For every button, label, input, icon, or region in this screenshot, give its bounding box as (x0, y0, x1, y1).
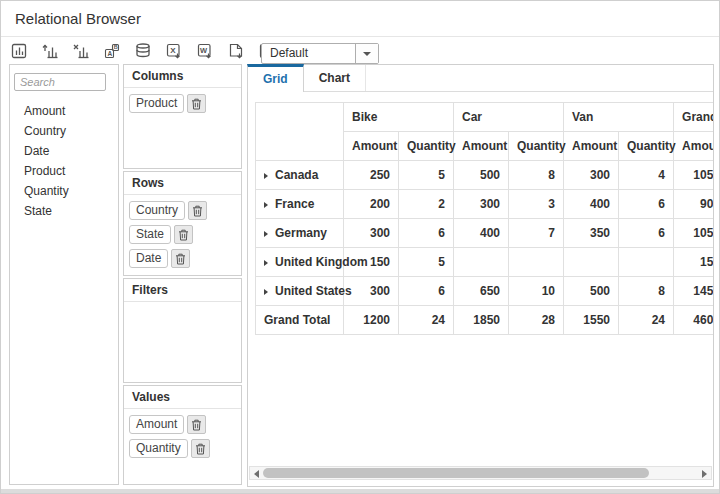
expand-arrow-icon[interactable] (264, 231, 268, 237)
value-cell: 500 (454, 161, 509, 190)
field-item-date[interactable]: Date (10, 141, 118, 161)
value-cell: 10 (509, 277, 564, 306)
row-header-france[interactable]: France (256, 190, 344, 219)
value-cell: 900 (674, 190, 713, 219)
column-group-header-grand-total: Grand Total (674, 103, 713, 132)
export-pdf-icon[interactable] (226, 41, 245, 60)
export-word-icon[interactable]: W (195, 41, 214, 60)
tab-strip: GridChart (248, 65, 713, 92)
field-chip-country: Country (129, 201, 236, 220)
chevron-down-icon[interactable] (355, 44, 378, 63)
remove-report-icon[interactable] (71, 41, 90, 60)
value-cell (454, 248, 509, 277)
field-chip-amount: Amount (129, 415, 236, 434)
value-cell: 6 (399, 219, 454, 248)
filters-zone: Filters (123, 278, 242, 383)
data-source-icon[interactable] (133, 41, 152, 60)
value-cell: 24 (399, 306, 454, 335)
field-item-country[interactable]: Country (10, 121, 118, 141)
field-chip-label[interactable]: Amount (129, 415, 184, 434)
field-chip-date: Date (129, 249, 236, 268)
measure-header: Quantity (399, 132, 454, 161)
trash-icon[interactable] (187, 94, 206, 113)
export-excel-icon[interactable]: X (164, 41, 183, 60)
field-chip-label[interactable]: Quantity (129, 439, 188, 458)
filters-zone-body[interactable] (124, 302, 241, 314)
value-cell: 400 (564, 190, 619, 219)
scrollbar-thumb[interactable] (263, 468, 649, 478)
search-input[interactable] (14, 73, 106, 91)
add-report-icon[interactable] (40, 41, 59, 60)
measure-header: Amount (564, 132, 619, 161)
columns-zone-body[interactable]: Product (124, 88, 241, 124)
value-cell: 1050 (674, 161, 713, 190)
value-cell (619, 248, 674, 277)
expand-arrow-icon[interactable] (264, 289, 268, 295)
field-chip-label[interactable]: State (129, 225, 171, 244)
rename-report-icon[interactable]: A B (102, 41, 121, 60)
field-item-quantity[interactable]: Quantity (10, 181, 118, 201)
field-chip-label[interactable]: Product (129, 94, 184, 113)
value-cell: 5 (399, 248, 454, 277)
column-group-header-bike: Bike (344, 103, 454, 132)
row-header-canada[interactable]: Canada (256, 161, 344, 190)
pivot-table: BikeCarVanGrand TotalAmountQuantityAmoun… (255, 102, 713, 335)
value-cell: 24 (619, 306, 674, 335)
value-cell: 8 (509, 161, 564, 190)
row-header-label: United Kingdom (275, 255, 368, 269)
trash-icon[interactable] (188, 201, 207, 220)
value-cell: 4600 (674, 306, 713, 335)
horizontal-scrollbar[interactable] (249, 466, 712, 480)
trash-icon[interactable] (174, 225, 193, 244)
pivot-grid-viewport: BikeCarVanGrand TotalAmountQuantityAmoun… (248, 92, 713, 486)
field-item-amount[interactable]: Amount (10, 101, 118, 121)
report-selector-value: Default (270, 44, 308, 63)
measure-header: Quantity (509, 132, 564, 161)
value-cell: 1050 (674, 219, 713, 248)
value-cell: 250 (344, 161, 399, 190)
field-chip-label[interactable]: Date (129, 249, 168, 268)
expand-arrow-icon[interactable] (264, 202, 268, 208)
report-grid-icon[interactable] (9, 41, 28, 60)
expand-arrow-icon[interactable] (264, 260, 268, 266)
field-item-state[interactable]: State (10, 201, 118, 221)
values-zone-body[interactable]: AmountQuantity (124, 409, 241, 469)
field-chip-label[interactable]: Country (129, 201, 185, 220)
filters-zone-header: Filters (124, 279, 241, 302)
tab-chart[interactable]: Chart (304, 65, 366, 91)
trash-icon[interactable] (171, 249, 190, 268)
columns-zone: Columns Product (123, 64, 242, 169)
value-cell: 6 (619, 219, 674, 248)
field-list: AmountCountryDateProductQuantityState (10, 101, 118, 221)
value-cell: 3 (509, 190, 564, 219)
trash-icon[interactable] (191, 439, 210, 458)
field-chip-product: Product (129, 94, 236, 113)
value-cell (564, 248, 619, 277)
value-cell: 28 (509, 306, 564, 335)
report-selector[interactable]: Default (261, 43, 379, 64)
tab-grid[interactable]: Grid (247, 64, 304, 92)
measure-header: Amount (344, 132, 399, 161)
page-title: Relational Browser (15, 1, 141, 37)
scroll-right-arrow-icon[interactable] (699, 469, 709, 479)
pivot-panel: GridChart BikeCarVanGrand TotalAmountQua… (247, 64, 714, 487)
value-cell: 1850 (454, 306, 509, 335)
title-bar: Relational Browser (1, 1, 719, 37)
value-cell: 6 (399, 277, 454, 306)
rows-zone: Rows CountryStateDate (123, 171, 242, 276)
row-header-united-states[interactable]: United States (256, 277, 344, 306)
scroll-left-arrow-icon[interactable] (252, 469, 262, 479)
row-header-germany[interactable]: Germany (256, 219, 344, 248)
rows-zone-body[interactable]: CountryStateDate (124, 195, 241, 279)
measure-header: Amount (674, 132, 713, 161)
expand-arrow-icon[interactable] (264, 173, 268, 179)
field-item-product[interactable]: Product (10, 161, 118, 181)
trash-icon[interactable] (187, 415, 206, 434)
row-header-label: France (275, 197, 314, 211)
toolbar: A B X W (1, 38, 719, 66)
value-cell: 7 (509, 219, 564, 248)
row-header-grand-total: Grand Total (256, 306, 344, 335)
value-cell: 350 (564, 219, 619, 248)
row-header-united-kingdom[interactable]: United Kingdom (256, 248, 344, 277)
value-cell: 5 (399, 161, 454, 190)
